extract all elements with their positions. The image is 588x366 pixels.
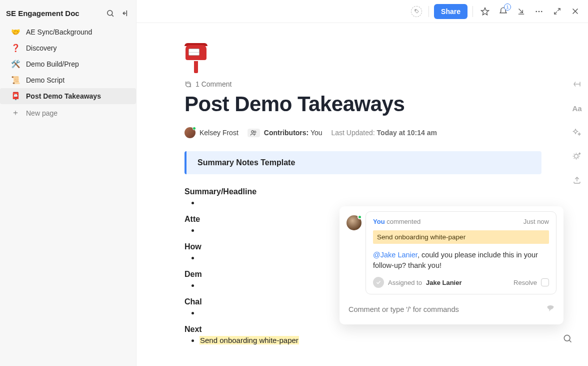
svg-marker-5 xyxy=(482,8,489,15)
sidebar-item-label: Post Demo Takeaways xyxy=(26,92,101,100)
collapse-sidebar-icon[interactable] xyxy=(120,8,130,18)
right-rail: Aa xyxy=(566,23,588,366)
doc-root-title[interactable]: SE Engagement Doc xyxy=(6,9,100,18)
last-updated: Last Updated: Today at 10:14 am xyxy=(332,129,437,137)
close-icon[interactable] xyxy=(568,5,582,19)
mention[interactable]: @Jake Lanier xyxy=(373,251,418,259)
svg-line-12 xyxy=(554,12,556,14)
comment-count[interactable]: 1 Comment xyxy=(184,80,542,88)
sidebar-item-demo-script[interactable]: 📜 Demo Script xyxy=(0,72,136,88)
page-title[interactable]: Post Demo Takeaways xyxy=(184,92,542,116)
svg-line-21 xyxy=(570,340,572,342)
comment-quoted-text: Send onboarding white-paper xyxy=(373,230,549,244)
notifications-icon[interactable]: 1 xyxy=(496,5,510,19)
list-item[interactable]: Send onboarding white-paper xyxy=(200,335,542,345)
sidebar-item-ae-sync[interactable]: 🤝 AE Sync/Background xyxy=(0,24,136,40)
svg-point-4 xyxy=(415,10,416,11)
highlighted-text: Send onboarding white-paper xyxy=(200,336,299,344)
expand-icon[interactable] xyxy=(550,5,564,19)
notification-badge: 1 xyxy=(504,4,511,11)
svg-point-16 xyxy=(254,131,256,133)
plus-icon: ＋ xyxy=(11,108,20,118)
question-icon: ❓ xyxy=(11,44,20,53)
sidebar-item-label: Discovery xyxy=(26,44,56,52)
divider xyxy=(428,6,429,17)
typography-icon[interactable]: Aa xyxy=(571,102,583,114)
section-summary[interactable]: Summary/Headline xyxy=(184,187,542,196)
star-icon[interactable] xyxy=(478,5,492,19)
scroll-icon: 📜 xyxy=(11,76,20,85)
ai-icon[interactable] xyxy=(571,126,583,138)
resolve-label: Resolve xyxy=(514,279,537,286)
sidebar-item-label: Demo Script xyxy=(26,76,64,84)
settings-sparkle-icon[interactable] xyxy=(571,150,583,162)
callout-block[interactable]: Summary Notes Template xyxy=(184,151,542,174)
sidebar-item-discovery[interactable]: ❓ Discovery xyxy=(0,40,136,56)
share-button[interactable]: Share xyxy=(434,4,468,19)
tools-icon: 🛠️ xyxy=(11,60,20,69)
svg-line-11 xyxy=(558,9,560,11)
svg-point-10 xyxy=(541,11,542,12)
sidebar-item-post-demo[interactable]: 📮 Post Demo Takeaways xyxy=(0,88,136,104)
indent-icon[interactable] xyxy=(571,78,583,90)
assignee-name[interactable]: Jake Lanier xyxy=(426,279,462,286)
postbox-icon: 📮 xyxy=(11,92,20,101)
avatar xyxy=(346,215,362,230)
svg-point-8 xyxy=(536,11,537,12)
more-icon[interactable] xyxy=(532,5,546,19)
send-comment-icon[interactable] xyxy=(544,303,556,315)
search-icon[interactable] xyxy=(105,8,115,18)
comment-input[interactable] xyxy=(346,301,544,317)
comment-popup: You commented Just now Send onboarding w… xyxy=(340,206,564,324)
svg-line-6 xyxy=(518,9,522,13)
comment-card: You commented Just now Send onboarding w… xyxy=(366,211,556,294)
svg-point-19 xyxy=(574,154,578,158)
main-panel: Share 1 xyxy=(136,0,588,366)
upload-icon[interactable] xyxy=(571,174,583,186)
svg-point-9 xyxy=(538,11,540,12)
new-page-button[interactable]: ＋ New page xyxy=(0,104,136,122)
author-chip[interactable]: Kelsey Frost xyxy=(184,127,238,138)
download-icon[interactable] xyxy=(514,5,528,19)
sidebar-item-demo-build[interactable]: 🛠️ Demo Build/Prep xyxy=(0,56,136,72)
contributors[interactable]: Contributors: You xyxy=(248,129,322,137)
comment-count-text: 1 Comment xyxy=(196,80,232,88)
comment-time: Just now xyxy=(524,218,549,225)
page-emoji-postbox[interactable] xyxy=(184,43,212,73)
comment-author-line: You commented xyxy=(373,218,420,225)
svg-point-0 xyxy=(107,10,112,15)
divider xyxy=(472,6,473,17)
resolve-checkbox[interactable] xyxy=(541,278,549,286)
section-next-steps[interactable]: Next xyxy=(184,325,542,334)
topbar: Share 1 xyxy=(136,0,588,23)
assigned-check-icon xyxy=(373,277,384,288)
avatar xyxy=(184,127,196,138)
svg-line-1 xyxy=(112,15,113,16)
people-icon xyxy=(248,129,260,137)
svg-point-15 xyxy=(252,130,254,132)
find-in-page-icon[interactable] xyxy=(561,332,574,345)
assigned-label: Assigned to xyxy=(388,279,422,286)
sidebar-item-label: Demo Build/Prep xyxy=(26,60,79,68)
svg-point-20 xyxy=(564,335,570,341)
author-name: Kelsey Frost xyxy=(200,129,238,137)
sidebar-item-label: New page xyxy=(26,109,58,117)
tag-icon[interactable] xyxy=(410,5,424,19)
sidebar-item-label: AE Sync/Background xyxy=(26,28,92,36)
sidebar: SE Engagement Doc 🤝 AE Sync/Background ❓… xyxy=(0,0,136,366)
handshake-icon: 🤝 xyxy=(11,28,20,37)
comment-message: @Jake Lanier, could you please include t… xyxy=(373,250,549,271)
